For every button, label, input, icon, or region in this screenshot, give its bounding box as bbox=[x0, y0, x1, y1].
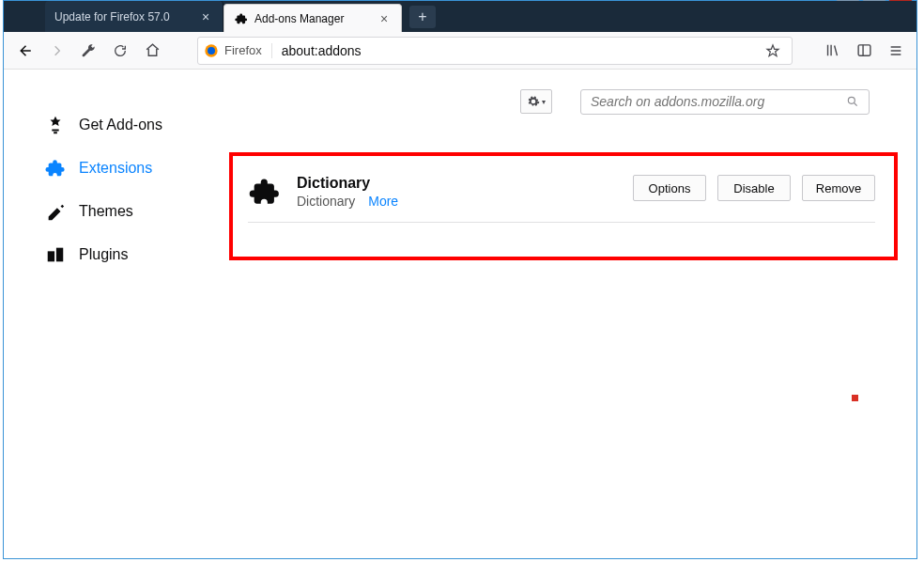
extensions-icon bbox=[45, 158, 66, 179]
tab-addons-manager[interactable]: Add-ons Manager × bbox=[223, 4, 402, 32]
svg-point-3 bbox=[208, 47, 215, 55]
annotation-mark bbox=[852, 395, 858, 401]
wrench-icon bbox=[81, 43, 96, 58]
addon-description: Dictionary bbox=[297, 194, 355, 209]
back-button[interactable] bbox=[9, 36, 39, 66]
tab-strip: Update for Firefox 57.0 × Add-ons Manage… bbox=[4, 1, 916, 32]
reload-icon bbox=[113, 43, 128, 58]
addon-name: Dictionary bbox=[297, 175, 398, 192]
extensions-panel: ▾ Dictionary Dicti bbox=[210, 70, 916, 558]
sidebar-item-plugins[interactable]: Plugins bbox=[4, 233, 210, 276]
sidebars-button[interactable] bbox=[849, 36, 879, 66]
svg-point-8 bbox=[848, 97, 855, 103]
forward-button[interactable] bbox=[41, 36, 71, 66]
puzzle-icon bbox=[234, 11, 249, 26]
addon-options-button[interactable]: Options bbox=[633, 175, 706, 201]
highlighted-region: Dictionary Dictionary More Options Disab… bbox=[229, 152, 898, 260]
home-button[interactable] bbox=[137, 36, 167, 66]
sidebar-item-extensions[interactable]: Extensions bbox=[4, 147, 210, 190]
browser-window: Update for Firefox 57.0 × Add-ons Manage… bbox=[3, 0, 917, 559]
plugins-icon bbox=[45, 244, 66, 265]
addon-remove-button[interactable]: Remove bbox=[802, 175, 875, 201]
addon-disable-button[interactable]: Disable bbox=[717, 175, 791, 201]
sidebar-icon bbox=[856, 42, 872, 58]
arrow-right-icon bbox=[49, 43, 64, 58]
addons-manager-content: Get Add-ons Extensions Themes Plugins bbox=[4, 70, 916, 558]
hamburger-icon bbox=[888, 43, 903, 58]
sidebar-item-get-addons[interactable]: Get Add-ons bbox=[4, 103, 210, 147]
get-addons-icon bbox=[45, 115, 66, 135]
svg-rect-7 bbox=[56, 248, 63, 262]
tab-close-button[interactable]: × bbox=[377, 11, 392, 26]
chevron-down-icon: ▾ bbox=[542, 98, 546, 106]
firefox-icon bbox=[204, 43, 219, 58]
star-icon bbox=[765, 43, 780, 58]
reload-button[interactable] bbox=[105, 36, 135, 66]
sidebar-item-label: Plugins bbox=[79, 246, 128, 263]
arrow-left-icon bbox=[16, 42, 33, 59]
new-tab-button[interactable]: + bbox=[409, 6, 436, 28]
sidebar-item-label: Get Add-ons bbox=[79, 117, 162, 133]
library-button[interactable] bbox=[817, 36, 847, 66]
navigation-toolbar: Firefox about:addons bbox=[4, 32, 916, 70]
addon-info: Dictionary Dictionary More bbox=[297, 175, 398, 209]
app-menu-button[interactable] bbox=[881, 36, 911, 66]
url-bar[interactable]: Firefox about:addons bbox=[197, 37, 793, 65]
tab-close-button[interactable]: × bbox=[198, 9, 213, 24]
url-bar-container: Firefox about:addons bbox=[197, 37, 793, 65]
svg-line-9 bbox=[855, 103, 857, 106]
tab-label: Add-ons Manager bbox=[254, 12, 344, 25]
categories-sidebar: Get Add-ons Extensions Themes Plugins bbox=[4, 70, 210, 558]
addon-more-link[interactable]: More bbox=[368, 194, 398, 209]
addon-row-dictionary[interactable]: Dictionary Dictionary More Options Disab… bbox=[248, 175, 875, 223]
themes-icon bbox=[45, 201, 66, 222]
svg-rect-6 bbox=[48, 251, 54, 261]
tab-update-firefox[interactable]: Update for Firefox 57.0 × bbox=[45, 1, 223, 32]
tab-label: Update for Firefox 57.0 bbox=[54, 10, 170, 23]
gear-icon bbox=[527, 95, 540, 108]
sidebar-item-label: Themes bbox=[79, 203, 133, 220]
addons-search-box[interactable] bbox=[580, 89, 870, 115]
url-text: about:addons bbox=[272, 43, 760, 58]
sidebar-item-label: Extensions bbox=[79, 160, 152, 177]
bookmark-star-button[interactable] bbox=[760, 43, 786, 58]
page-actions-button[interactable] bbox=[73, 36, 103, 66]
library-icon bbox=[824, 42, 840, 58]
toolbar-right bbox=[817, 36, 911, 66]
identity-label: Firefox bbox=[224, 43, 262, 57]
home-icon bbox=[145, 42, 161, 58]
addon-icon bbox=[248, 175, 282, 209]
svg-rect-4 bbox=[858, 45, 870, 55]
addons-search-input[interactable] bbox=[591, 94, 839, 109]
sidebar-item-themes[interactable]: Themes bbox=[4, 190, 210, 233]
panel-header: ▾ bbox=[229, 70, 898, 122]
addon-actions: Options Disable Remove bbox=[633, 175, 875, 201]
search-icon bbox=[846, 95, 859, 108]
puzzle-icon bbox=[249, 176, 281, 208]
site-identity[interactable]: Firefox bbox=[204, 43, 272, 58]
tools-menu-button[interactable]: ▾ bbox=[520, 89, 552, 114]
